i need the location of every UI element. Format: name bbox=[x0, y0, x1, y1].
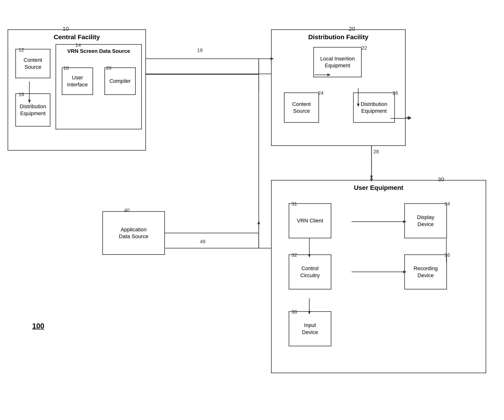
application-data-source-label: ApplicationData Source bbox=[119, 226, 148, 240]
central-facility-label: Central Facility bbox=[8, 33, 145, 41]
ref-38: 38 bbox=[292, 309, 297, 315]
central-facility-group: Central Facility ContentSource 12 Distri… bbox=[8, 29, 146, 151]
ref-32: 32 bbox=[292, 252, 297, 258]
recording-device-label: RecordingDevice bbox=[414, 265, 438, 279]
vrn-client-label: VRN Client bbox=[297, 217, 323, 224]
svg-marker-42 bbox=[408, 117, 411, 120]
input-device-box: InputDevice bbox=[289, 311, 331, 346]
distribution-equipment-26-label: DistributionEquipment bbox=[361, 101, 387, 115]
diagram: Central Facility ContentSource 12 Distri… bbox=[0, 0, 504, 420]
control-circuitry-label: ControlCircuitry bbox=[300, 265, 320, 279]
ref-19-label: 19 bbox=[197, 47, 203, 53]
ref-16: 16 bbox=[18, 91, 24, 97]
compiler-box: Compiler bbox=[104, 67, 136, 95]
svg-marker-27 bbox=[408, 116, 411, 119]
content-source-12-box: ContentSource bbox=[15, 49, 50, 78]
user-equipment-group: User Equipment VRN Client 31 ControlCirc… bbox=[271, 180, 486, 373]
ref-10: 10 bbox=[63, 26, 69, 32]
user-equipment-label: User Equipment bbox=[272, 184, 486, 191]
ref-20-compiler: 20 bbox=[106, 65, 111, 71]
ref-24: 24 bbox=[318, 90, 324, 96]
ref-36: 36 bbox=[444, 252, 450, 258]
distribution-equipment-16-label: DistributionEquipment bbox=[19, 103, 46, 117]
content-source-24-label: ContentSource bbox=[292, 101, 311, 115]
ref-20-dist: 20 bbox=[349, 26, 355, 32]
content-source-24-box: ContentSource bbox=[284, 92, 319, 123]
control-circuitry-box: ControlCircuitry bbox=[289, 254, 331, 290]
ref-18: 18 bbox=[63, 65, 69, 71]
user-interface-label: UserInterface bbox=[67, 74, 88, 88]
ref-49-label: 49 bbox=[200, 239, 205, 245]
local-insertion-box: Local InsertionEquipment bbox=[313, 47, 362, 77]
distribution-facility-label: Distribution Facility bbox=[272, 33, 405, 41]
ref-30: 30 bbox=[438, 176, 444, 183]
ref-34: 34 bbox=[444, 201, 450, 207]
vrn-screen-label: VRN Screen Data Source bbox=[56, 48, 141, 54]
ref-28-label: 28 bbox=[373, 149, 379, 154]
compiler-label: Compiler bbox=[109, 78, 131, 84]
content-source-12-label: ContentSource bbox=[24, 57, 42, 71]
distribution-equipment-26-box: DistributionEquipment bbox=[353, 92, 395, 123]
ref-22: 22 bbox=[362, 45, 367, 51]
ref-40: 40 bbox=[124, 207, 130, 213]
svg-marker-10 bbox=[258, 221, 260, 224]
ref-14: 14 bbox=[75, 42, 81, 48]
ref-12: 12 bbox=[18, 47, 24, 53]
local-insertion-label: Local InsertionEquipment bbox=[320, 55, 355, 69]
svg-marker-7 bbox=[370, 176, 373, 179]
recording-device-box: RecordingDevice bbox=[404, 254, 447, 290]
distribution-facility-group: Distribution Facility Local InsertionEqu… bbox=[271, 29, 406, 146]
ref-31: 31 bbox=[292, 201, 297, 207]
user-interface-box: UserInterface bbox=[62, 67, 93, 95]
vrn-screen-group: VRN Screen Data Source UserInterface 18 … bbox=[55, 44, 142, 129]
display-device-label: DisplayDevice bbox=[417, 214, 434, 228]
application-data-source-box: ApplicationData Source bbox=[102, 211, 165, 255]
figure-label: 100 bbox=[32, 322, 44, 330]
input-device-label: InputDevice bbox=[302, 322, 318, 336]
display-device-box: DisplayDevice bbox=[404, 203, 447, 238]
vrn-client-box: VRN Client bbox=[289, 203, 331, 238]
distribution-equipment-16-box: DistributionEquipment bbox=[15, 93, 50, 127]
ref-26: 26 bbox=[393, 90, 398, 96]
